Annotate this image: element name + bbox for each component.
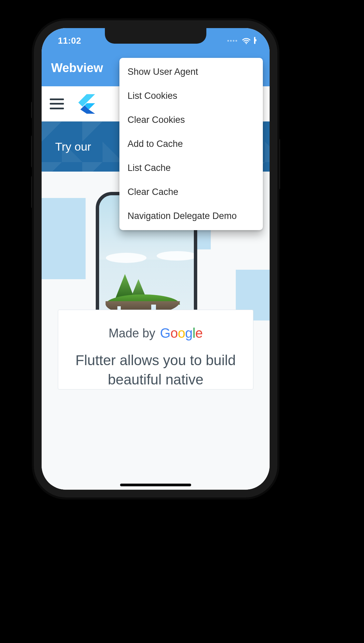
- device-mute-switch: [31, 102, 34, 118]
- cellular-dots-icon: [227, 40, 237, 42]
- menu-list-cache[interactable]: List Cache: [119, 156, 263, 180]
- device-power-button: [277, 139, 280, 190]
- status-time: 11:02: [58, 36, 81, 46]
- flutter-logo-icon: [73, 93, 96, 115]
- device-volume-up: [31, 135, 34, 168]
- menu-navigation-delegate[interactable]: Navigation Delegate Demo: [119, 204, 263, 228]
- device-frame: 11:02 Webview: [34, 20, 277, 497]
- device-volume-down: [31, 176, 34, 208]
- made-by-label: Made by: [109, 326, 155, 340]
- intro-card: Made by Google Flutter allows you to bui…: [58, 310, 253, 390]
- hamburger-icon[interactable]: [50, 98, 64, 109]
- app-bar-title: Webview: [51, 61, 103, 75]
- device-notch: [105, 28, 206, 44]
- menu-clear-cache[interactable]: Clear Cache: [119, 180, 263, 204]
- intro-tagline: Flutter allows you to build beautiful na…: [68, 351, 243, 389]
- device-screen: 11:02 Webview: [42, 28, 270, 490]
- home-indicator[interactable]: [120, 484, 191, 486]
- menu-show-user-agent[interactable]: Show User Agent: [119, 60, 263, 84]
- promo-banner-text: Try our: [55, 140, 91, 153]
- battery-icon: [254, 38, 255, 44]
- google-wordmark-icon: Google: [160, 326, 203, 341]
- hero-decoration: [42, 198, 86, 279]
- menu-add-to-cache[interactable]: Add to Cache: [119, 132, 263, 156]
- menu-list-cookies[interactable]: List Cookies: [119, 84, 263, 108]
- wifi-icon: [241, 37, 251, 44]
- overflow-menu: Show User Agent List Cookies Clear Cooki…: [119, 58, 263, 230]
- menu-clear-cookies[interactable]: Clear Cookies: [119, 108, 263, 132]
